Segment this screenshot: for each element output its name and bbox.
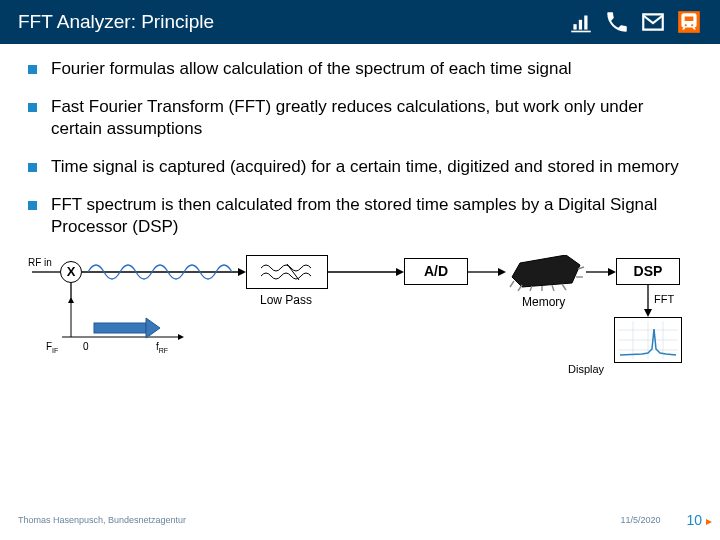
svg-marker-41 (706, 519, 712, 525)
svg-marker-23 (644, 309, 652, 317)
lowpass-icon (257, 262, 317, 282)
svg-marker-7 (238, 268, 246, 276)
corner-arrow-icon (704, 517, 714, 527)
mail-icon (640, 9, 666, 35)
svg-marker-21 (608, 268, 616, 276)
bullet-item: FFT spectrum is then calculated from the… (28, 194, 692, 238)
svg-marker-25 (512, 255, 580, 287)
svg-rect-0 (573, 24, 576, 29)
svg-rect-1 (579, 20, 582, 30)
wifi-icon (568, 9, 594, 35)
train-icon (676, 9, 702, 35)
display-block (614, 317, 682, 363)
memory-label: Memory (522, 295, 565, 309)
dsp-block: DSP (616, 258, 680, 285)
svg-rect-10 (88, 255, 233, 289)
bullet-item: Time signal is captured (acquired) for a… (28, 156, 692, 178)
svg-marker-9 (396, 268, 404, 276)
chip-icon (506, 255, 586, 291)
bullet-item: Fast Fourier Transform (FFT) greatly red… (28, 96, 692, 140)
lowpass-label: Low Pass (260, 293, 312, 307)
adc-block: A/D (404, 258, 468, 285)
svg-rect-2 (584, 16, 587, 30)
f-if-label: FIF (46, 341, 58, 354)
bullet-icon (28, 201, 37, 210)
bullet-text: Fourier formulas allow calculation of th… (51, 58, 692, 80)
bullet-icon (28, 65, 37, 74)
slide-body: Fourier formulas allow calculation of th… (0, 44, 720, 395)
display-label: Display (568, 363, 604, 375)
bullet-icon (28, 163, 37, 172)
footer-author: Thomas Hasenpusch, Bundesnetzagentur (18, 515, 186, 525)
rf-in-label: RF in (28, 257, 52, 268)
svg-line-27 (518, 285, 522, 291)
svg-rect-3 (571, 31, 591, 33)
svg-marker-15 (178, 334, 184, 340)
block-diagram: RF in X (28, 255, 692, 395)
page-number: 10 (686, 512, 702, 528)
lowpass-block (246, 255, 328, 289)
bullet-text: Time signal is captured (acquired) for a… (51, 156, 692, 178)
bullet-item: Fourier formulas allow calculation of th… (28, 58, 692, 80)
svg-marker-19 (498, 268, 506, 276)
zero-label: 0 (83, 341, 89, 352)
svg-rect-16 (94, 323, 146, 333)
bullet-text: FFT spectrum is then calculated from the… (51, 194, 692, 238)
header-icons (568, 9, 702, 35)
svg-marker-17 (146, 318, 160, 338)
slide-title: FFT Analyzer: Principle (18, 11, 214, 33)
svg-line-26 (510, 281, 514, 287)
spectrum-icon (618, 321, 678, 359)
svg-line-31 (562, 284, 566, 290)
bullet-icon (28, 103, 37, 112)
fft-label: FFT (654, 293, 674, 305)
f-rf-label: fRF (156, 341, 168, 354)
svg-marker-14 (68, 297, 74, 303)
mixer-block: X (60, 261, 82, 283)
slide-footer: Thomas Hasenpusch, Bundesnetzagentur 11/… (0, 512, 720, 528)
footer-date: 11/5/2020 (620, 515, 660, 525)
memory-block (506, 255, 586, 291)
phone-icon (604, 9, 630, 35)
svg-line-30 (552, 285, 554, 291)
bullet-text: Fast Fourier Transform (FFT) greatly red… (51, 96, 692, 140)
